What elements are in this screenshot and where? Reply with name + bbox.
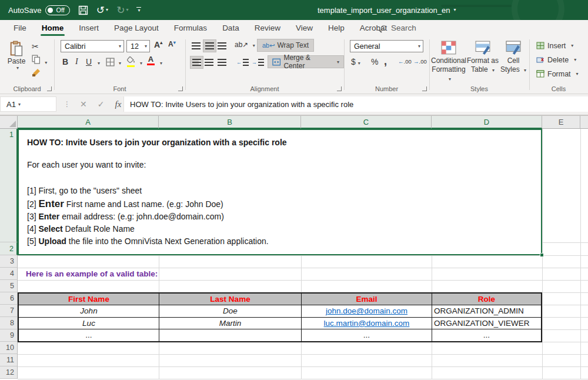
role-cell[interactable]: ...: [432, 329, 541, 341]
save-button[interactable]: [78, 5, 88, 15]
number-dialog-launcher[interactable]: [422, 86, 427, 91]
role-cell[interactable]: ORGANIZATION_ADMIN: [432, 305, 541, 317]
merge-center-dropdown-icon[interactable]: ▾: [337, 59, 339, 65]
column-header-partial[interactable]: [580, 116, 588, 129]
copy-button[interactable]: ▾: [32, 55, 47, 66]
name-box-dropdown-icon[interactable]: ▾: [18, 102, 21, 107]
email-cell[interactable]: john.doe@domain.com: [302, 305, 432, 317]
conditional-formatting-button[interactable]: ConditionalFormatting ▾: [432, 41, 466, 83]
table-header-cell[interactable]: Last Name: [159, 294, 302, 305]
row-header-10[interactable]: 10: [0, 342, 18, 354]
align-right-button[interactable]: [216, 56, 228, 69]
row-header-4[interactable]: 4: [0, 268, 18, 280]
chevron-down-icon[interactable]: ▾: [145, 44, 147, 49]
search-box[interactable]: Search: [381, 20, 416, 36]
tab-insert[interactable]: Insert: [71, 20, 106, 36]
delete-dropdown-icon[interactable]: ▾: [574, 57, 576, 62]
cell-grid[interactable]: HOW TO: Invite Users to join your organi…: [18, 129, 588, 380]
chevron-down-icon[interactable]: ▾: [418, 44, 420, 49]
insert-cells-button[interactable]: Insert ▾: [536, 39, 573, 52]
wrap-text-button[interactable]: ab↩ Wrap Text: [257, 39, 314, 52]
format-painter-button[interactable]: [32, 68, 41, 79]
table-header-cell[interactable]: Role: [432, 294, 541, 305]
role-cell[interactable]: ORGANIZATION_VIEWER: [432, 318, 541, 329]
first-name-cell[interactable]: John: [19, 305, 159, 317]
row-header-12[interactable]: 12: [0, 366, 18, 379]
row-header-1[interactable]: 1: [0, 129, 18, 242]
table-header-cell[interactable]: First Name: [19, 294, 159, 305]
underline-dropdown-icon[interactable]: ▾: [98, 61, 100, 66]
tab-page-layout[interactable]: Page Layout: [106, 20, 166, 36]
accounting-format-button[interactable]: $▾: [351, 57, 360, 66]
column-header-d[interactable]: D: [432, 116, 542, 129]
conditional-formatting-dropdown-icon[interactable]: ▾: [449, 76, 451, 82]
table-header-cell[interactable]: Email: [302, 294, 432, 305]
bottom-align-button[interactable]: [216, 39, 228, 52]
autosave-toggle[interactable]: AutoSave Off: [8, 5, 70, 15]
tab-formulas[interactable]: Formulas: [166, 20, 215, 36]
document-title[interactable]: template_import_user_organization_en ▾: [318, 0, 456, 20]
row-header-2[interactable]: 2: [0, 242, 18, 255]
tab-view[interactable]: View: [288, 20, 320, 36]
name-box[interactable]: A1 ▾: [0, 96, 56, 112]
top-align-button[interactable]: [190, 39, 202, 52]
increase-decimal-button[interactable]: ←.00: [398, 58, 412, 65]
email-cell[interactable]: luc.martin@domain.com: [302, 318, 432, 329]
percent-style-button[interactable]: %: [371, 57, 378, 66]
row-header-7[interactable]: 7: [0, 305, 18, 317]
column-header-a[interactable]: A: [18, 116, 159, 129]
redo-button[interactable]: ↻ ▾: [116, 5, 128, 15]
format-dropdown-icon[interactable]: ▾: [576, 71, 579, 76]
formula-input[interactable]: HOW TO: Invite Users to join your organi…: [123, 96, 588, 112]
comma-style-button[interactable]: ,: [384, 55, 387, 68]
email-link[interactable]: luc.martin@domain.com: [324, 319, 410, 328]
merge-center-button[interactable]: Merge & Center ▾: [268, 55, 344, 68]
format-cells-button[interactable]: Format ▾: [536, 68, 579, 80]
increase-indent-button[interactable]: →: [250, 56, 266, 69]
row-header-5[interactable]: 5: [0, 280, 18, 292]
font-size-combo[interactable]: 12 ▾: [126, 40, 150, 52]
row-header-9[interactable]: 9: [0, 329, 18, 342]
align-left-button[interactable]: [190, 56, 203, 69]
email-cell[interactable]: ...: [302, 329, 432, 341]
format-as-table-button[interactable]: Format asTable ▾: [467, 41, 499, 74]
cell-styles-dropdown-icon[interactable]: ▾: [524, 68, 526, 73]
tab-data[interactable]: Data: [215, 20, 247, 36]
italic-button[interactable]: I: [75, 57, 78, 66]
cell-styles-button[interactable]: CellStyles ▾: [500, 41, 527, 74]
row-header-6[interactable]: 6: [0, 292, 18, 305]
autosave-switch[interactable]: Off: [45, 5, 69, 15]
selected-cell-a1[interactable]: HOW TO: Invite Users to join your organi…: [18, 129, 542, 255]
last-name-cell[interactable]: Doe: [159, 305, 302, 317]
tab-file[interactable]: File: [6, 20, 34, 36]
undo-dropdown-icon[interactable]: ▾: [106, 8, 108, 12]
delete-cells-button[interactable]: x Delete ▾: [536, 54, 576, 66]
row-header-8[interactable]: 8: [0, 317, 18, 329]
decrease-indent-button[interactable]: ←: [235, 56, 250, 69]
last-name-cell[interactable]: Martin: [159, 318, 302, 329]
font-color-dropdown-icon[interactable]: ▾: [160, 61, 162, 66]
insert-function-button[interactable]: fx: [115, 99, 121, 109]
email-link[interactable]: john.doe@domain.com: [326, 306, 407, 315]
tab-help[interactable]: Help: [320, 20, 352, 36]
row-header-11[interactable]: 11: [0, 354, 18, 366]
undo-button[interactable]: ↺ ▾: [96, 5, 108, 15]
row-header-3[interactable]: 3: [0, 255, 18, 268]
copy-dropdown-icon[interactable]: ▾: [45, 60, 47, 65]
fill-handle[interactable]: [540, 253, 544, 257]
chevron-down-icon[interactable]: ▾: [119, 44, 121, 49]
increase-font-size-button[interactable]: A▴: [154, 40, 162, 49]
redo-dropdown-icon[interactable]: ▾: [126, 8, 128, 12]
format-as-table-dropdown-icon[interactable]: ▾: [492, 68, 495, 73]
cut-button[interactable]: ✂: [32, 42, 39, 51]
alignment-dialog-launcher[interactable]: [337, 86, 342, 91]
column-header-c[interactable]: C: [301, 116, 432, 129]
last-name-cell[interactable]: [159, 329, 302, 341]
font-name-combo[interactable]: Calibri ▾: [61, 40, 124, 52]
paste-button[interactable]: Paste ▾: [5, 41, 28, 71]
underline-button[interactable]: U: [86, 57, 92, 66]
decrease-font-size-button[interactable]: A▾: [168, 40, 176, 48]
borders-button[interactable]: [106, 58, 115, 68]
number-format-combo[interactable]: General ▾: [350, 40, 423, 52]
formula-bar-splitter[interactable]: ⋮: [64, 100, 71, 108]
